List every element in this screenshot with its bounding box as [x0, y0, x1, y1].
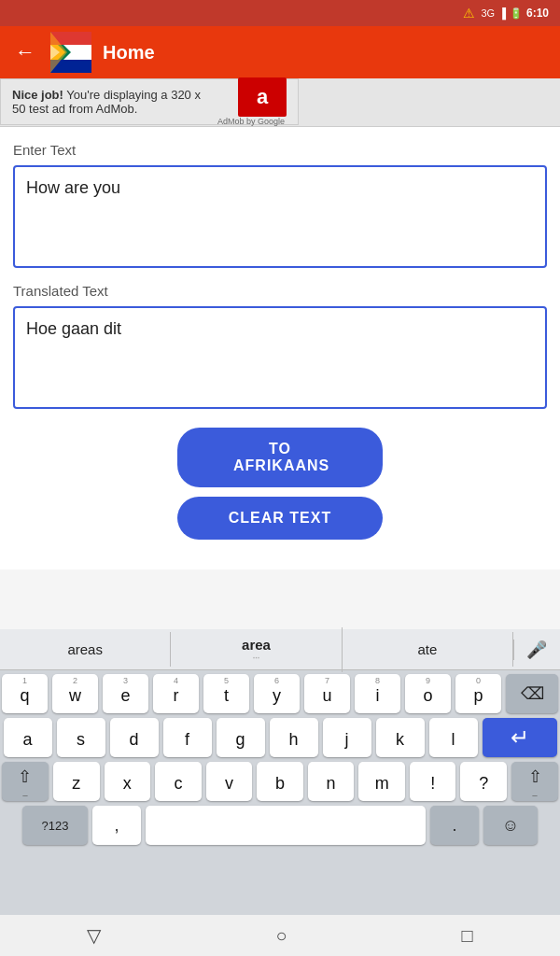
buttons-row: TO AFRIKAANS CLEAR TEXT — [13, 428, 547, 555]
key-row-3: ⇧_ z x c v b n m ! ? ⇧_ — [2, 762, 558, 801]
network-indicator: 3G — [481, 7, 495, 19]
key-s[interactable]: s — [57, 718, 105, 757]
back-button[interactable]: ← — [11, 36, 39, 68]
ad-bold-text: Nice job! — [12, 88, 63, 102]
key-w[interactable]: 2w — [52, 674, 98, 713]
key-k[interactable]: k — [376, 718, 425, 757]
shift-left-key[interactable]: ⇧_ — [2, 762, 49, 801]
input-text-value: How are you — [26, 178, 120, 197]
comma-key[interactable]: , — [92, 806, 141, 845]
nav-home-button[interactable]: ○ — [275, 925, 287, 947]
flag-icon — [50, 32, 91, 73]
translated-box: Hoe gaan dit — [13, 306, 547, 409]
key-y[interactable]: 6y — [254, 674, 300, 713]
battery-icon: 🔋 — [510, 7, 523, 20]
num-switch-key[interactable]: ?123 — [22, 806, 88, 845]
key-m[interactable]: m — [358, 762, 405, 801]
keyboard: areas area ··· ate 🎤 1q 2w 3e 4r 5t 6y 7… — [0, 629, 560, 915]
app-title: Home — [103, 42, 155, 63]
signal-icon: ▐ — [498, 7, 506, 19]
emoji-icon: ☺ — [502, 816, 519, 836]
key-c[interactable]: c — [155, 762, 202, 801]
ad-logo-letter: a — [257, 85, 268, 109]
to-afrikaans-button[interactable]: TO AFRIKAANS — [177, 428, 383, 487]
enter-text-label: Enter Text — [13, 142, 547, 158]
key-d[interactable]: d — [110, 718, 159, 757]
shift-left-icon: ⇧ — [18, 766, 32, 787]
clear-text-button[interactable]: CLEAR TEXT — [177, 497, 383, 540]
key-p[interactable]: 0p — [455, 674, 501, 713]
key-l[interactable]: l — [429, 718, 478, 757]
key-row-4: ?123 , . ☺ — [2, 806, 558, 845]
shift-right-key[interactable]: ⇧_ — [511, 762, 558, 801]
period-key[interactable]: . — [430, 806, 479, 845]
key-v[interactable]: v — [206, 762, 253, 801]
status-icons: 3G ▐ 🔋 6:10 — [481, 7, 549, 20]
key-x[interactable]: x — [105, 762, 151, 801]
nav-back-button[interactable]: ▽ — [87, 924, 101, 947]
ad-right: a AdMob by Google — [217, 77, 287, 126]
text-input-box[interactable]: How are you — [13, 165, 547, 268]
space-key[interactable] — [146, 806, 426, 845]
nav-recent-button[interactable]: □ — [461, 925, 472, 947]
nav-bar: ▽ ○ □ — [0, 915, 560, 956]
suggestion-area[interactable]: area ··· — [171, 627, 342, 672]
delete-icon: ⌫ — [521, 683, 544, 704]
mic-button[interactable]: 🎤 — [513, 640, 560, 660]
main-content: Enter Text How are you Translated Text H… — [0, 127, 560, 569]
key-row-2: a s d f g h j k l ↵ — [2, 718, 558, 757]
enter-key[interactable]: ↵ — [483, 718, 557, 757]
translated-text-label: Translated Text — [13, 283, 547, 299]
status-bar: ⚠ 3G ▐ 🔋 6:10 — [0, 0, 560, 26]
key-h[interactable]: h — [270, 718, 318, 757]
delete-key[interactable]: ⌫ — [506, 674, 558, 713]
key-exclaim[interactable]: ! — [410, 762, 456, 801]
key-n[interactable]: n — [308, 762, 355, 801]
keyboard-suggestions: areas area ··· ate 🎤 — [0, 629, 560, 670]
shift-right-icon: ⇧ — [528, 766, 542, 787]
key-b[interactable]: b — [257, 762, 303, 801]
suggestion-ate[interactable]: ate — [343, 632, 513, 667]
key-j[interactable]: j — [323, 718, 371, 757]
key-e[interactable]: 3e — [103, 674, 148, 713]
key-g[interactable]: g — [217, 718, 265, 757]
key-z[interactable]: z — [53, 762, 100, 801]
key-question[interactable]: ? — [460, 762, 507, 801]
keyboard-rows: 1q 2w 3e 4r 5t 6y 7u 8i 9o 0p ⌫ a s d f … — [0, 670, 560, 853]
key-row-1: 1q 2w 3e 4r 5t 6y 7u 8i 9o 0p ⌫ — [2, 674, 558, 713]
key-r[interactable]: 4r — [153, 674, 199, 713]
key-q[interactable]: 1q — [2, 674, 48, 713]
key-u[interactable]: 7u — [304, 674, 350, 713]
clock: 6:10 — [526, 7, 549, 20]
top-bar: ← Home — [0, 26, 560, 78]
suggestion-areas[interactable]: areas — [0, 632, 171, 667]
admob-label: AdMob by Google — [217, 117, 287, 126]
emoji-key[interactable]: ☺ — [483, 806, 538, 845]
key-f[interactable]: f — [163, 718, 212, 757]
mic-icon: 🎤 — [526, 640, 547, 660]
key-t[interactable]: 5t — [203, 674, 249, 713]
key-o[interactable]: 9o — [405, 674, 451, 713]
ad-banner: Nice job! You're displaying a 320 x 50 t… — [0, 78, 299, 125]
key-i[interactable]: 8i — [355, 674, 400, 713]
enter-icon: ↵ — [511, 724, 529, 751]
ad-text: Nice job! You're displaying a 320 x 50 t… — [12, 88, 217, 116]
ad-logo: a — [238, 77, 287, 117]
key-a[interactable]: a — [4, 718, 52, 757]
warning-icon: ⚠ — [463, 6, 475, 21]
translated-text-value: Hoe gaan dit — [26, 319, 121, 338]
